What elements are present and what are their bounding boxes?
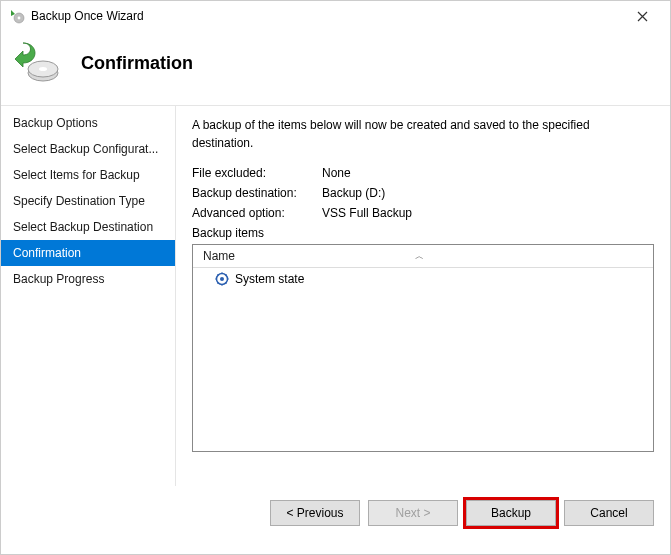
sort-caret-icon: ︿ [415, 250, 424, 263]
sidebar-item-backup-options[interactable]: Backup Options [1, 110, 175, 136]
sidebar-item-confirmation[interactable]: Confirmation [1, 240, 175, 266]
wizard-steps-sidebar: Backup Options Select Backup Configurat.… [1, 106, 175, 486]
svg-point-4 [39, 67, 47, 71]
backup-icon [13, 39, 61, 87]
list-item-label: System state [235, 272, 304, 286]
sidebar-item-backup-progress[interactable]: Backup Progress [1, 266, 175, 292]
list-header-name: Name [203, 249, 235, 263]
sidebar-item-select-backup-destination[interactable]: Select Backup Destination [1, 214, 175, 240]
list-header[interactable]: Name ︿ [193, 245, 653, 268]
backup-destination-value: Backup (D:) [322, 186, 385, 200]
intro-text: A backup of the items below will now be … [192, 116, 654, 152]
sidebar-item-specify-destination-type[interactable]: Specify Destination Type [1, 188, 175, 214]
advanced-option-label: Advanced option: [192, 206, 322, 220]
wizard-footer: < Previous Next > Backup Cancel [1, 486, 670, 544]
file-excluded-value: None [322, 166, 351, 180]
svg-line-11 [218, 275, 219, 276]
advanced-option-value: VSS Full Backup [322, 206, 412, 220]
svg-point-6 [220, 277, 224, 281]
main-content: A backup of the items below will now be … [175, 106, 670, 486]
wizard-header: Confirmation [1, 31, 670, 105]
summary-table: File excluded: None Backup destination: … [192, 166, 654, 220]
sidebar-item-select-items[interactable]: Select Items for Backup [1, 162, 175, 188]
backup-button[interactable]: Backup [466, 500, 556, 526]
app-icon [9, 8, 25, 24]
list-item[interactable]: System state [193, 268, 653, 290]
gear-icon [215, 272, 229, 286]
svg-line-14 [218, 283, 219, 284]
file-excluded-label: File excluded: [192, 166, 322, 180]
svg-line-12 [226, 283, 227, 284]
backup-destination-label: Backup destination: [192, 186, 322, 200]
backup-items-label: Backup items [192, 226, 654, 240]
cancel-button[interactable]: Cancel [564, 500, 654, 526]
page-title: Confirmation [81, 53, 193, 74]
window-title: Backup Once Wizard [31, 9, 144, 23]
previous-button[interactable]: < Previous [270, 500, 360, 526]
close-button[interactable] [622, 2, 662, 30]
next-button: Next > [368, 500, 458, 526]
backup-items-list[interactable]: Name ︿ System stat [192, 244, 654, 452]
svg-line-13 [226, 275, 227, 276]
sidebar-item-select-backup-configuration[interactable]: Select Backup Configurat... [1, 136, 175, 162]
svg-point-1 [18, 17, 21, 20]
titlebar: Backup Once Wizard [1, 1, 670, 31]
